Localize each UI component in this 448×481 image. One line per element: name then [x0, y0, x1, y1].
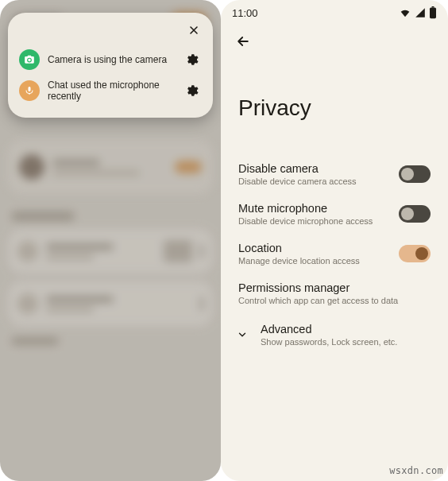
setting-subtitle: Disable device microphone access	[238, 216, 399, 226]
sensor-usage-popup: Camera is using the camera Chat used the…	[8, 13, 213, 118]
chat-app-icon	[19, 80, 40, 101]
gear-icon	[184, 52, 199, 67]
toggle-mute-microphone[interactable]	[399, 205, 431, 223]
popup-row-label: Chat used the microphone recently	[48, 80, 173, 102]
setting-subtitle: Show passwords, Lock screen, etc.	[261, 337, 431, 347]
watermark: wsxdn.com	[389, 465, 443, 476]
chevron-down-icon	[237, 329, 248, 340]
settings-list: Disable camera Disable device camera acc…	[221, 154, 448, 356]
setting-disable-camera[interactable]: Disable camera Disable device camera acc…	[238, 154, 431, 194]
setting-subtitle: Manage device location access	[238, 256, 399, 266]
status-bar: 11:00	[221, 0, 448, 25]
gear-icon	[184, 83, 199, 98]
expand-chevron[interactable]	[235, 328, 249, 342]
battery-icon	[429, 6, 437, 19]
setting-title: Disable camera	[238, 162, 399, 175]
svg-rect-1	[431, 6, 434, 8]
setting-mute-microphone[interactable]: Mute microphone Disable device microphon…	[238, 194, 431, 234]
setting-advanced[interactable]: Advanced Show passwords, Lock screen, et…	[235, 313, 431, 356]
microphone-icon	[25, 86, 34, 95]
toggle-disable-camera[interactable]	[399, 165, 431, 183]
camera-app-icon	[19, 49, 40, 70]
toggle-location[interactable]	[399, 245, 431, 262]
wifi-icon	[399, 6, 411, 19]
page-title: Privacy	[221, 57, 448, 154]
signal-icon	[415, 7, 426, 18]
setting-title: Mute microphone	[238, 202, 399, 215]
status-time: 11:00	[232, 7, 258, 19]
setting-subtitle: Control which app can get access to data	[238, 296, 431, 305]
setting-subtitle: Disable device camera access	[238, 176, 399, 186]
popup-row-camera: Camera is using the camera	[17, 45, 203, 75]
status-icons	[399, 6, 437, 19]
setting-title: Location	[238, 242, 399, 254]
camera-icon	[24, 54, 35, 65]
phone-left: Camera is using the camera Chat used the…	[0, 0, 221, 481]
settings-gear-button[interactable]	[181, 49, 202, 70]
phone-right: 11:00 Privacy Disable camera Disable dev…	[221, 0, 448, 481]
settings-gear-button[interactable]	[181, 80, 202, 101]
setting-permissions-manager[interactable]: Permissions manager Control which app ca…	[238, 273, 431, 313]
close-button[interactable]	[184, 21, 203, 40]
close-icon	[187, 24, 200, 37]
svg-rect-0	[430, 8, 436, 19]
back-button[interactable]	[229, 27, 257, 56]
back-arrow-icon	[235, 33, 251, 49]
popup-row-label: Camera is using the camera	[48, 54, 173, 65]
setting-title: Permissions manager	[238, 281, 431, 294]
setting-title: Advanced	[261, 323, 431, 336]
setting-location[interactable]: Location Manage device location access	[238, 234, 431, 273]
popup-row-microphone: Chat used the microphone recently	[17, 75, 203, 107]
